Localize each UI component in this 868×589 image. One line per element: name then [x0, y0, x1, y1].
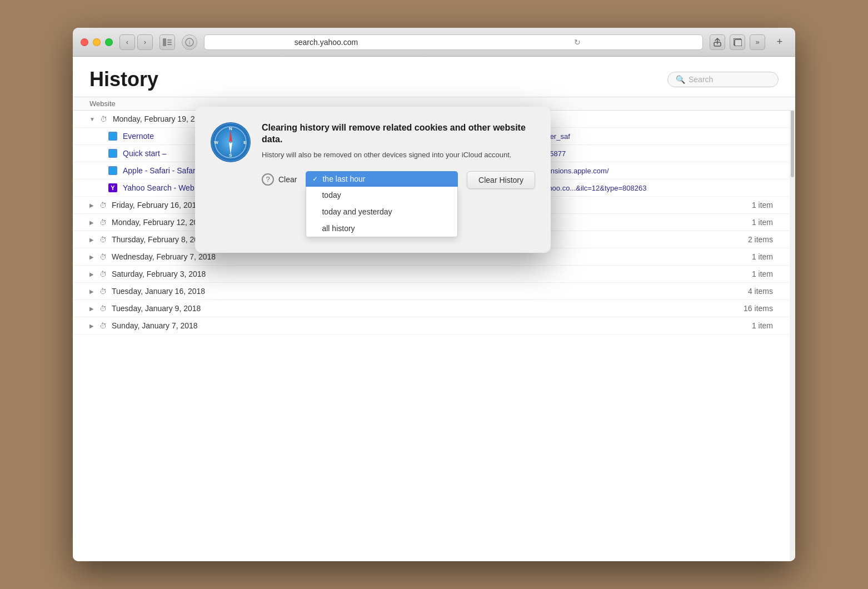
dialog-content: N S E W Clearing history will remove rel…: [211, 122, 535, 237]
url-text: search.yahoo.com: [204, 38, 448, 47]
dropdown-menu: today today and yesterday all history: [306, 187, 458, 237]
add-tab-button[interactable]: +: [772, 34, 787, 50]
dialog-label-area: ? Clear: [262, 171, 297, 186]
back-button[interactable]: ‹: [119, 34, 135, 50]
dropdown-container: ✓ the last hour today today and yesterda…: [306, 171, 458, 237]
clear-history-dialog: N S E W Clearing history will remove rel…: [195, 107, 551, 253]
minimize-button[interactable]: [93, 38, 101, 46]
dialog-row: ? Clear ✓ the last hour: [262, 171, 535, 237]
traffic-lights: [81, 38, 113, 46]
dropdown-selected-text: the last hour: [322, 174, 365, 183]
dropdown-item-all-history[interactable]: all history: [306, 220, 457, 237]
forward-button[interactable]: ›: [137, 34, 153, 50]
svg-rect-8: [735, 39, 742, 46]
nav-buttons: ‹ ›: [119, 34, 153, 50]
dialog-title: Clearing history will remove related coo…: [262, 122, 535, 146]
dropdown-selected[interactable]: ✓ the last hour: [306, 171, 458, 187]
dialog-text-area: Clearing history will remove related coo…: [262, 122, 535, 237]
clear-history-button[interactable]: Clear History: [467, 171, 535, 189]
extend-button[interactable]: »: [750, 34, 765, 50]
dropdown-item-today[interactable]: today: [306, 187, 457, 203]
modal-overlay: N S E W Clearing history will remove rel…: [73, 57, 795, 561]
content-area: History 🔍 Search Website ▼ ⏱ Monday, Feb…: [73, 57, 795, 561]
dropdown-area[interactable]: ✓ the last hour today today and yesterda…: [306, 171, 458, 237]
svg-rect-3: [167, 44, 172, 45]
browser-window: ‹ › i search.yahoo.com ↻ »: [73, 28, 795, 561]
info-button[interactable]: i: [182, 34, 197, 50]
checkmark-icon: ✓: [312, 175, 318, 183]
close-button[interactable]: [81, 38, 88, 46]
svg-rect-2: [167, 42, 172, 43]
toolbar-right: »: [710, 34, 765, 50]
svg-rect-0: [163, 38, 166, 46]
clear-label: Clear: [278, 175, 297, 184]
title-bar: ‹ › i search.yahoo.com ↻ »: [73, 28, 795, 57]
svg-text:S: S: [229, 153, 232, 158]
svg-text:E: E: [243, 140, 247, 145]
sidebar-toggle-button[interactable]: [159, 34, 175, 50]
maximize-button[interactable]: [105, 38, 113, 46]
help-button[interactable]: ?: [262, 173, 274, 186]
svg-text:i: i: [189, 39, 190, 46]
share-button[interactable]: [710, 34, 725, 50]
dropdown-item-today-yesterday[interactable]: today and yesterday: [306, 203, 457, 220]
safari-app-icon: N S E W: [211, 122, 251, 162]
reload-button[interactable]: ↻: [452, 38, 702, 47]
dialog-subtitle: History will also be removed on other de…: [262, 150, 535, 160]
svg-rect-1: [167, 39, 172, 41]
tabs-button[interactable]: [730, 34, 745, 50]
url-bar[interactable]: search.yahoo.com ↻: [204, 34, 703, 50]
svg-text:W: W: [214, 140, 218, 145]
svg-text:N: N: [229, 126, 232, 131]
